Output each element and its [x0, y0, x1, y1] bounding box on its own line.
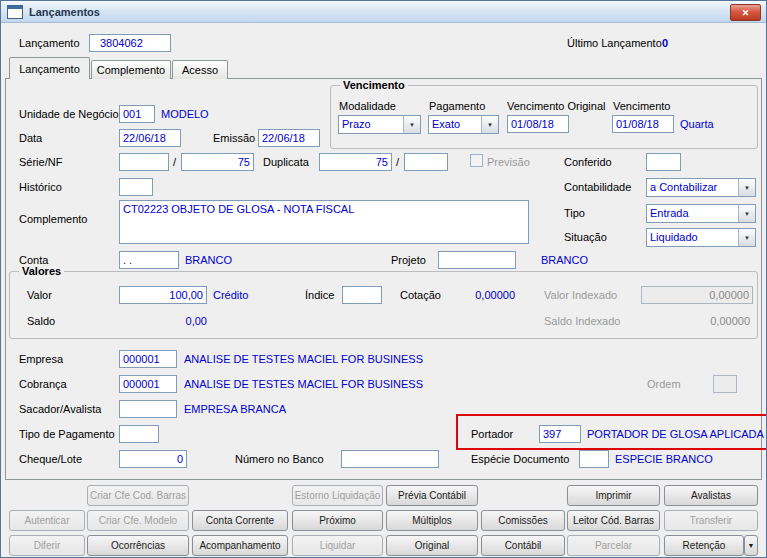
valor-label: Valor	[27, 289, 52, 301]
valor-field[interactable]: 100,00	[119, 286, 207, 304]
duplicata-field-1[interactable]: 75	[319, 153, 392, 171]
pagamento-label: Pagamento	[429, 100, 485, 112]
serie-nf-label: Série/NF	[19, 156, 62, 168]
retencao-button[interactable]: Retenção	[664, 535, 744, 556]
vencimento-weekday: Quarta	[680, 118, 714, 130]
previa-contabil-button[interactable]: Prévia Contábil	[386, 485, 478, 506]
emissao-label: Emissão	[213, 132, 255, 144]
unidade-negocio-field[interactable]: 001	[119, 105, 155, 123]
vencimento-field[interactable]: 01/08/18	[612, 115, 674, 133]
close-icon[interactable]: ✕	[730, 4, 761, 21]
cheque-lote-label: Cheque/Lote	[19, 453, 82, 465]
duplicata-label: Duplicata	[263, 156, 309, 168]
saldo-indexado-label: Saldo Indexado	[544, 315, 620, 327]
serie-nf-separator: /	[173, 156, 176, 168]
contabilidade-value: a Contabilizar	[647, 179, 738, 196]
projeto-label: Projeto	[391, 254, 426, 266]
criar-cfe-modelo-button: Criar Cfe. Modelo	[87, 510, 189, 531]
historico-field[interactable]	[119, 178, 153, 196]
retencao-dropdown-icon[interactable]: ▼	[744, 535, 758, 556]
conferido-field[interactable]	[646, 153, 681, 171]
tab-acesso[interactable]: Acesso	[172, 60, 228, 79]
cobranca-field[interactable]: 000001	[119, 375, 177, 393]
serie-nf-field-1[interactable]	[119, 153, 169, 171]
multiplos-button[interactable]: Múltiplos	[386, 510, 478, 531]
portador-highlight-annotation	[456, 414, 767, 450]
duplicata-field-2[interactable]	[404, 153, 448, 171]
especie-documento-field[interactable]	[579, 450, 609, 468]
situacao-combo[interactable]: Liquidado ▼	[646, 228, 756, 247]
tipo-pagamento-label: Tipo de Pagamento	[19, 428, 115, 440]
saldo-label: Saldo	[27, 315, 55, 327]
autenticar-button: Autenticar	[9, 510, 85, 531]
criar-cfe-cod-barras-button: Criar Cfe Cod. Barras	[87, 485, 189, 506]
contabilidade-label: Contabilidade	[564, 181, 631, 193]
tipo-value: Entrada	[647, 205, 738, 222]
cobranca-label: Cobrança	[19, 378, 67, 390]
proximo-button[interactable]: Próximo	[292, 510, 383, 531]
complemento-field[interactable]: CT02223 OBJETO DE GLOSA - NOTA FISCAL	[119, 200, 529, 244]
projeto-field[interactable]	[438, 251, 516, 269]
transferir-button: Transferir	[664, 510, 758, 531]
vencimento-original-label: Vencimento Original	[507, 100, 605, 112]
situacao-label: Situação	[564, 231, 607, 243]
historico-label: Histórico	[19, 181, 62, 193]
lancamento-number-field[interactable]: 3804062	[89, 34, 171, 52]
ultimo-lancamento-label: Último Lançamento	[567, 37, 662, 49]
vencimento-group-title: Vencimento	[340, 79, 408, 91]
valores-group	[9, 271, 758, 339]
tipo-combo[interactable]: Entrada ▼	[646, 204, 756, 223]
ordem-field	[713, 375, 737, 393]
serie-nf-field-2[interactable]: 75	[181, 153, 254, 171]
especie-documento-desc: ESPECIE BRANCO	[615, 453, 713, 465]
empresa-field[interactable]: 000001	[119, 350, 177, 368]
acompanhamento-button[interactable]: Acompanhamento	[192, 535, 288, 556]
empresa-label: Empresa	[19, 353, 63, 365]
pagamento-combo[interactable]: Exato ▼	[428, 115, 499, 134]
chevron-down-icon: ▼	[738, 229, 755, 246]
parcelar-button: Parcelar	[567, 535, 660, 556]
modalidade-combo[interactable]: Prazo ▼	[338, 115, 421, 134]
data-field[interactable]: 22/06/18	[119, 129, 181, 147]
saldo-value: 0,00	[119, 315, 207, 327]
contabil-button[interactable]: Contábil	[481, 535, 565, 556]
contabilidade-combo[interactable]: a Contabilizar ▼	[646, 178, 756, 197]
indice-label: Índice	[305, 289, 334, 301]
empresa-desc: ANALISE DE TESTES MACIEL FOR BUSINESS	[184, 353, 423, 365]
tab-lancamento[interactable]: Lançamento	[9, 57, 90, 79]
window-title: Lançamentos	[29, 6, 100, 18]
comissoes-button[interactable]: Comissões	[481, 510, 565, 531]
unidade-negocio-desc: MODELO	[161, 108, 209, 120]
lancamento-label: Lançamento	[19, 37, 80, 49]
previsao-label: Previsão	[487, 156, 530, 168]
valor-desc: Crédito	[213, 289, 248, 301]
estorno-liquidacao-button: Estorno Liquidação	[292, 485, 383, 506]
conta-desc: BRANCO	[185, 254, 232, 266]
chevron-down-icon: ▼	[738, 179, 755, 196]
complemento-label: Complemento	[19, 213, 87, 225]
avalistas-button[interactable]: Avalistas	[664, 485, 758, 506]
ocorrencias-button[interactable]: Ocorrências	[87, 535, 189, 556]
tipo-pagamento-field[interactable]	[119, 425, 159, 443]
valor-indexado-label: Valor Indexado	[544, 289, 617, 301]
situacao-value: Liquidado	[647, 229, 738, 246]
projeto-desc: BRANCO	[541, 254, 588, 266]
leitor-cod-barras-button[interactable]: Leitor Cód. Barras	[567, 510, 660, 531]
vencimento-label: Vencimento	[613, 100, 670, 112]
emissao-field[interactable]: 22/06/18	[258, 129, 320, 147]
cotacao-label: Cotação	[400, 289, 441, 301]
imprimir-button[interactable]: Imprimir	[567, 485, 660, 506]
sacador-avalista-field[interactable]	[119, 400, 177, 418]
sacador-avalista-desc: EMPRESA BRANCA	[184, 403, 286, 415]
original-button[interactable]: Original	[386, 535, 478, 556]
vencimento-original-field[interactable]: 01/08/18	[507, 115, 569, 133]
especie-documento-label: Espécie Documento	[471, 453, 569, 465]
cheque-lote-field[interactable]: 0	[119, 450, 187, 468]
numero-banco-field[interactable]	[341, 450, 439, 468]
chevron-down-icon: ▼	[481, 116, 498, 133]
valor-indexado-field: 0,00000	[641, 286, 753, 304]
tab-complemento[interactable]: Complemento	[91, 60, 171, 79]
indice-field[interactable]	[342, 286, 382, 304]
conta-corrente-button[interactable]: Conta Corrente	[192, 510, 288, 531]
conta-field[interactable]: . .	[119, 251, 179, 269]
